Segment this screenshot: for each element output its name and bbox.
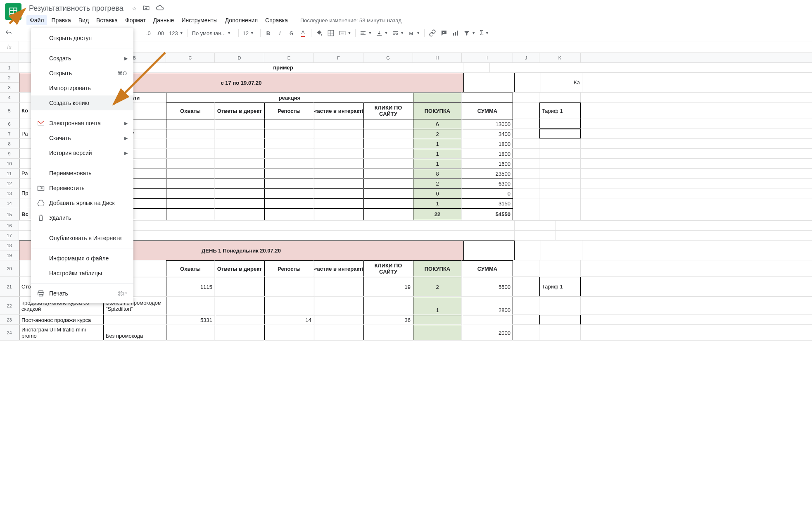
cell[interactable] (539, 139, 581, 148)
cell[interactable]: 2800 (462, 297, 513, 315)
cell[interactable] (314, 315, 363, 324)
undo-icon[interactable] (3, 28, 14, 38)
col-header[interactable]: J (513, 53, 539, 62)
cell[interactable] (264, 198, 314, 208)
cell[interactable] (539, 93, 581, 102)
cell[interactable] (513, 149, 539, 158)
cell[interactable] (166, 179, 215, 188)
cell[interactable] (264, 159, 314, 168)
cell[interactable] (264, 277, 314, 296)
cell[interactable] (166, 159, 215, 168)
cell[interactable]: 1 (413, 149, 462, 158)
cell[interactable]: 3400 (462, 129, 513, 138)
menu-addons[interactable]: Дополнения (222, 15, 261, 25)
cell[interactable] (264, 129, 314, 138)
cell[interactable] (314, 188, 363, 198)
cell[interactable] (166, 188, 215, 198)
cell[interactable] (363, 297, 413, 315)
cell[interactable]: СУММА (462, 260, 513, 276)
cell[interactable]: 1 (413, 139, 462, 148)
row-header[interactable]: 12 (0, 179, 19, 188)
cell[interactable] (264, 139, 314, 148)
cell[interactable] (513, 119, 539, 129)
text-rotation-button[interactable]: ▼ (406, 30, 422, 36)
cell[interactable] (513, 93, 539, 102)
cell[interactable]: 1 (413, 159, 462, 168)
cell[interactable] (515, 241, 541, 260)
cell[interactable]: КЛИКИ ПО САЙТУ (363, 260, 413, 276)
cell[interactable]: 14 (264, 315, 314, 324)
cell[interactable]: 1600 (462, 159, 513, 168)
menu-format[interactable]: Формат (122, 15, 149, 25)
cell[interactable]: ПОКУПКА (413, 102, 462, 119)
col-header[interactable]: E (264, 53, 314, 62)
col-header[interactable]: C (166, 53, 215, 62)
menu-rename[interactable]: Переименовать (31, 166, 133, 181)
cell[interactable] (314, 277, 363, 296)
cell[interactable] (215, 129, 264, 138)
cell[interactable] (462, 93, 513, 102)
cell[interactable] (166, 149, 215, 158)
cell[interactable]: 23500 (462, 169, 513, 178)
menu-delete[interactable]: Удалить (31, 210, 133, 225)
cell[interactable] (215, 277, 264, 296)
horizontal-align-button[interactable]: ▼ (358, 30, 373, 36)
cell[interactable] (539, 188, 581, 198)
row-header[interactable]: 15 (0, 208, 19, 220)
row-header[interactable]: 18 19 (0, 241, 19, 260)
cell[interactable]: СУММА (462, 102, 513, 119)
bold-button[interactable]: B (263, 28, 274, 38)
borders-button[interactable] (325, 28, 336, 38)
cell[interactable] (363, 139, 413, 148)
cell[interactable] (215, 208, 264, 220)
menu-publish[interactable]: Опубликовать в Интернете (31, 231, 133, 245)
font-select[interactable]: По умолчан...▼ (190, 30, 236, 36)
cell[interactable] (363, 149, 413, 158)
cell[interactable] (166, 297, 215, 315)
cell[interactable] (463, 241, 515, 260)
cell[interactable] (215, 297, 264, 315)
cell[interactable] (363, 188, 413, 198)
row-header[interactable]: 23 (0, 315, 19, 324)
menu-tools[interactable]: Инструменты (178, 15, 221, 25)
cell[interactable] (314, 159, 363, 168)
cell[interactable]: 2 (413, 179, 462, 188)
cell[interactable] (490, 63, 531, 72)
col-header[interactable]: I (462, 53, 513, 62)
cell[interactable] (314, 325, 363, 340)
cell[interactable] (215, 119, 264, 129)
row-header[interactable]: 17 (0, 231, 19, 240)
cell[interactable] (215, 315, 264, 324)
cell[interactable] (363, 129, 413, 138)
row-header[interactable]: 1 (0, 63, 19, 72)
cell[interactable] (314, 169, 363, 178)
cell[interactable] (363, 198, 413, 208)
cell[interactable] (539, 179, 581, 188)
cell[interactable] (166, 139, 215, 148)
cell[interactable] (264, 179, 314, 188)
insert-comment-button[interactable] (439, 28, 449, 38)
row-header[interactable]: 24 (0, 325, 19, 340)
cell[interactable]: пример (103, 63, 463, 72)
strikethrough-button[interactable]: S (286, 28, 297, 38)
cell[interactable] (513, 297, 539, 315)
row-header[interactable]: 10 (0, 159, 19, 168)
cell[interactable] (264, 119, 314, 129)
cell[interactable]: Тариф 1 (539, 102, 581, 119)
select-all-corner[interactable] (0, 53, 19, 62)
decrease-decimal-button[interactable]: .0 (144, 30, 153, 36)
cell[interactable] (513, 139, 539, 148)
cell[interactable] (513, 198, 539, 208)
cell[interactable] (264, 169, 314, 178)
text-color-button[interactable]: A (298, 28, 309, 38)
cell[interactable]: реакция (166, 93, 413, 102)
doc-title[interactable]: Результативность прогрева (26, 3, 126, 14)
cell[interactable] (314, 129, 363, 138)
cell[interactable] (513, 277, 539, 296)
menu-file-info[interactable]: Информация о файле (31, 251, 133, 266)
functions-button[interactable]: Σ▼ (478, 29, 491, 37)
menu-print[interactable]: Печать⌘P (31, 286, 133, 301)
cell[interactable]: 1800 (462, 149, 513, 158)
cell[interactable] (539, 208, 581, 220)
row-header[interactable]: 20 (0, 260, 19, 276)
